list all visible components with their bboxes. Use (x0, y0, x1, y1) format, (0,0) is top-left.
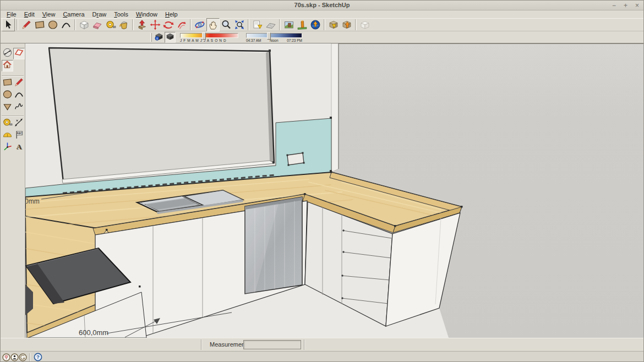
time-noon-label: Noon (270, 39, 279, 42)
freehand-icon (14, 101, 24, 114)
axes-icon (2, 141, 13, 154)
palette-rectangle-button[interactable] (2, 78, 13, 89)
display-section-cuts-button[interactable] (2, 60, 13, 72)
arc-icon (61, 19, 72, 30)
shadow-time-slider[interactable]: 04:37 AM Noon 07:23 PM (246, 33, 302, 42)
tape-measure-button[interactable] (104, 18, 117, 31)
svg-text:?: ? (36, 354, 40, 360)
minimize-button[interactable]: − (612, 1, 616, 10)
left-tool-palette: ABC AA (1, 43, 25, 338)
crate-download-icon (328, 19, 339, 30)
photo-textures-icon (283, 19, 294, 30)
toggle-shadows-button[interactable] (165, 32, 176, 43)
toolbar-separator (74, 19, 76, 30)
display-section-planes-button[interactable] (13, 48, 25, 59)
model-scene: 0mm 600,0mm (25, 43, 644, 338)
maximize-button[interactable]: + (624, 1, 627, 10)
section-cut-house-icon (2, 59, 13, 72)
shadows-toolbar: i J F M A M J J A S O N D 04:37 AM Noon … (1, 32, 643, 43)
toolbar-separator (279, 19, 281, 30)
menu-edit[interactable]: Edit (20, 10, 39, 18)
circle-tool-button[interactable] (46, 18, 59, 31)
toolbar-separator (190, 19, 192, 30)
zoom-extents-button[interactable] (233, 18, 246, 31)
credit-attribution-icon[interactable] (10, 353, 19, 362)
time-slider-thumb[interactable] (267, 32, 271, 40)
menu-draw[interactable]: Draw (89, 10, 111, 18)
add-building-button[interactable] (296, 18, 309, 31)
palette-polygon-button[interactable] (2, 102, 13, 113)
push-pull-icon (137, 19, 148, 30)
bottombar-separator (29, 353, 30, 361)
shadow-date-slider[interactable]: J F M A M J J A S O N D (180, 33, 238, 42)
share-model-button[interactable] (340, 18, 353, 31)
section-plane-tool-button[interactable] (2, 48, 13, 59)
date-slider-ticks: J F M A M J J A S O N D (180, 39, 238, 42)
section-plane-frame-icon (14, 47, 24, 60)
tape-measure-icon (2, 117, 13, 130)
offset-tool-button[interactable] (175, 18, 188, 31)
menu-camera[interactable]: Camera (59, 10, 88, 18)
palette-protractor-button[interactable] (2, 130, 13, 141)
toolbar-separator (17, 19, 18, 30)
push-pull-button[interactable] (135, 18, 149, 31)
close-button[interactable]: × (635, 1, 639, 10)
photo-textures-button[interactable] (282, 18, 296, 31)
geolocation-status-icon[interactable] (2, 353, 10, 362)
shadow-settings-button[interactable]: i (154, 32, 165, 43)
menu-window[interactable]: Window (132, 10, 161, 18)
get-models-button[interactable] (327, 18, 340, 31)
circle-icon (47, 19, 58, 30)
palette-3d-text-button[interactable]: AA (13, 142, 25, 153)
rotate-tool-button[interactable] (162, 18, 175, 31)
menu-file[interactable]: File (3, 10, 20, 18)
select-tool-button[interactable] (2, 18, 15, 31)
title-bar[interactable]: 70s.skp - SketchUp − + × (1, 1, 643, 10)
arc-tool-button[interactable] (59, 18, 73, 31)
date-slider-groove[interactable] (180, 33, 238, 38)
rectangle-tool-button[interactable] (33, 18, 46, 31)
palette-circle-button[interactable] (2, 90, 13, 101)
terrain-icon (265, 19, 276, 30)
dishwasher (245, 197, 302, 294)
palette-line-button[interactable] (13, 78, 25, 89)
pencil-icon (21, 19, 32, 30)
paint-bucket-button[interactable] (117, 18, 130, 31)
viewport-canvas[interactable]: 0mm 600,0mm (25, 43, 644, 338)
date-slider-thumb[interactable] (202, 32, 206, 40)
help-icon[interactable]: ? (34, 353, 42, 362)
measurement-input[interactable] (243, 340, 301, 349)
google-earth-button[interactable] (309, 18, 322, 31)
menu-tools[interactable]: Tools (110, 10, 132, 18)
share-component-button[interactable] (358, 18, 372, 31)
svg-text:A: A (17, 142, 22, 151)
pan-tool-button[interactable] (206, 18, 220, 31)
toolbar-grip[interactable] (150, 33, 152, 42)
offset-icon (176, 19, 187, 30)
line-tool-button[interactable] (20, 18, 33, 31)
zoom-tool-button[interactable] (220, 18, 233, 31)
palette-freehand-button[interactable] (13, 102, 25, 113)
toolbar-separator (248, 19, 249, 30)
sketchup-window: 70s.skp - SketchUp − + × File Edit View … (0, 0, 644, 362)
svg-text:ABC: ABC (17, 132, 23, 135)
palette-axes-button[interactable] (2, 142, 13, 153)
status-bar: Measurement (1, 338, 643, 351)
palette-tape-measure-button[interactable] (2, 118, 13, 129)
time-slider-groove[interactable] (246, 33, 302, 38)
palette-arc-button[interactable] (13, 90, 25, 101)
eraser-tool-button[interactable] (91, 18, 104, 31)
orbit-tool-button[interactable] (193, 18, 206, 31)
menu-help[interactable]: Help (161, 10, 182, 18)
google-earth-globe-icon (310, 19, 321, 30)
statusbar-separator (304, 339, 305, 350)
pencil-icon (14, 77, 24, 90)
palette-text-button[interactable]: ABC (13, 130, 25, 141)
toggle-terrain-button[interactable] (264, 18, 277, 31)
menu-view[interactable]: View (39, 10, 59, 18)
move-tool-button[interactable] (149, 18, 162, 31)
sign-in-icon[interactable] (19, 353, 27, 362)
palette-dimension-button[interactable] (13, 118, 25, 129)
add-location-button[interactable] (251, 18, 264, 31)
make-component-button[interactable] (78, 18, 91, 31)
